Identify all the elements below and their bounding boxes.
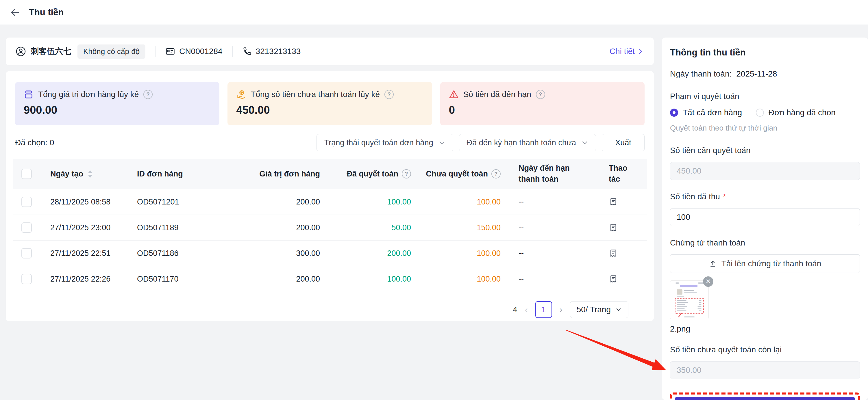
phone-icon — [243, 47, 252, 56]
help-icon[interactable]: ? — [384, 90, 394, 99]
cell-order-id: OD5071170 — [128, 275, 221, 284]
warning-icon — [449, 90, 459, 99]
cell-order-value: 200.00 — [221, 198, 320, 206]
page-title: Thu tiền — [29, 7, 64, 18]
col-order-value: Giá trị đơn hàng — [221, 170, 320, 178]
cell-settled: 200.00 — [320, 249, 412, 258]
upload-voucher-button[interactable]: Tải lên chứng từ thanh toán — [670, 255, 860, 273]
scope-radio-group: Tất cả đơn hàng Đơn hàng đã chọn — [670, 108, 860, 117]
payment-date-value: 2025-11-28 — [736, 69, 777, 78]
row-checkbox[interactable] — [21, 248, 32, 259]
help-icon[interactable]: ? — [491, 169, 501, 178]
coin-hand-icon — [236, 90, 246, 99]
cell-created: 27/11/2025 22:26 — [39, 275, 128, 284]
help-icon[interactable]: ? — [402, 169, 411, 178]
collect-info-panel: Thông tin thu tiền Ngày thanh toán: 2025… — [662, 38, 868, 400]
required-asterisk: * — [723, 192, 726, 201]
prev-page-button[interactable]: ‹ — [525, 305, 528, 314]
stat-value: 450.00 — [236, 104, 423, 116]
cell-order-id: OD5071201 — [128, 198, 221, 206]
table-header-row: Ngày tạo ID đơn hàng Giá trị đơn hàng Đã… — [13, 159, 647, 189]
received-amount-field: Số tiền đã thu* — [670, 192, 860, 226]
stat-value: 900.00 — [24, 104, 211, 116]
receipt-action-icon[interactable] — [609, 197, 618, 206]
help-icon[interactable]: ? — [536, 90, 545, 99]
select-all-checkbox[interactable] — [21, 169, 32, 179]
table-row[interactable]: 27/11/2025 22:26 OD5071170 200.00 100.00… — [13, 266, 647, 292]
cell-unsettled: 150.00 — [412, 223, 501, 232]
radio-selected-orders[interactable]: Đơn hàng đã chọn — [756, 108, 836, 117]
col-created[interactable]: Ngày tạo — [39, 170, 128, 178]
col-settled: Đã quyết toán? — [320, 169, 412, 178]
annotation-arrow — [566, 330, 669, 374]
divider — [155, 46, 156, 57]
row-checkbox[interactable] — [21, 222, 32, 233]
help-icon[interactable]: ? — [143, 90, 153, 99]
pagination-total: 4 — [513, 305, 517, 314]
archive-box-icon — [24, 90, 34, 99]
cell-created: 28/11/2025 08:58 — [39, 198, 128, 206]
cell-unsettled: 100.00 — [412, 275, 501, 284]
export-button[interactable]: Xuất — [602, 134, 645, 151]
payment-date-row: Ngày thanh toán: 2025-11-28 — [670, 69, 860, 78]
back-button[interactable] — [9, 7, 21, 18]
receipt-action-icon[interactable] — [609, 249, 618, 258]
confirm-annotation-box: Xác nhận thanh toán — [670, 393, 860, 400]
col-unsettled: Chưa quyết toán? — [412, 169, 501, 178]
settle-status-filter[interactable]: Trạng thái quyết toán đơn hàng — [316, 134, 453, 151]
received-amount-input[interactable] — [670, 208, 860, 226]
cell-created: 27/11/2025 22:51 — [39, 249, 128, 258]
stat-unpaid-total: Tổng số tiền chưa thanh toán lũy kế ? 45… — [227, 82, 432, 125]
voucher-thumbnail[interactable] — [670, 280, 709, 319]
table-body: 28/11/2025 08:58 OD5071201 200.00 100.00… — [13, 189, 647, 292]
cell-unsettled: 100.00 — [412, 249, 501, 258]
stat-total-order-value: Tổng giá trị đơn hàng lũy kế ? 900.00 — [15, 82, 219, 125]
table-row[interactable]: 28/11/2025 08:58 OD5071201 200.00 100.00… — [13, 189, 647, 215]
selected-count: Đã chọn: 0 — [15, 138, 54, 147]
scope-hint: Quyết toán theo thứ tự thời gian — [670, 124, 860, 133]
collect-payment-page: Thu tiền 刺客伍六七 Không có cấp độ CN0001284… — [0, 0, 868, 400]
remaining-amount-input — [670, 361, 860, 379]
upload-icon — [709, 260, 717, 268]
settle-amount-field: Số tiền cần quyết toán — [670, 146, 860, 180]
cell-due-date: -- — [501, 248, 599, 259]
cell-created: 27/11/2025 23:00 — [39, 223, 128, 232]
scope-label: Phạm vi quyết toán — [670, 92, 860, 101]
receipt-action-icon[interactable] — [609, 274, 618, 284]
page-size-select[interactable]: 50/ Trang — [570, 301, 628, 318]
file-name: 2.png — [670, 324, 860, 334]
page-number[interactable]: 1 — [535, 301, 552, 318]
customer-level-badge: Không có cấp độ — [78, 44, 145, 59]
receipt-preview-image — [670, 281, 708, 319]
radio-all-orders[interactable]: Tất cả đơn hàng — [670, 108, 742, 117]
row-checkbox[interactable] — [21, 197, 32, 207]
receipt-action-icon[interactable] — [609, 223, 618, 232]
col-due-date: Ngày đến hạn thanh toán — [501, 163, 599, 185]
col-order-id: ID đơn hàng — [128, 170, 221, 178]
customer-summary-card: 刺客伍六七 Không có cấp độ CN0001284 32132131… — [6, 38, 654, 65]
stat-overdue-amount: Số tiền đã đến hạn ? 0 — [440, 82, 645, 125]
cell-unsettled: 100.00 — [412, 198, 501, 206]
id-card-icon — [165, 46, 175, 56]
voucher-thumbnail-wrap: ✕ — [670, 280, 709, 319]
cell-due-date: -- — [501, 222, 599, 233]
remove-file-button[interactable]: ✕ — [703, 276, 713, 287]
next-page-button[interactable]: › — [560, 305, 562, 314]
radio-unselected-icon — [756, 109, 764, 117]
confirm-payment-button[interactable]: Xác nhận thanh toán — [675, 397, 855, 400]
row-checkbox[interactable] — [21, 274, 32, 284]
chevron-down-icon — [581, 139, 588, 146]
table-row[interactable]: 27/11/2025 22:51 OD5071186 300.00 200.00… — [13, 241, 647, 266]
user-icon — [16, 46, 26, 57]
cell-order-value: 300.00 — [221, 249, 320, 258]
table-row[interactable]: 27/11/2025 23:00 OD5071189 200.00 50.00 … — [13, 215, 647, 241]
due-status-filter[interactable]: Đã đến kỳ hạn thanh toán chưa — [459, 134, 596, 151]
sort-icon[interactable] — [88, 170, 92, 178]
customer-name: 刺客伍六七 — [31, 46, 71, 57]
cell-due-date: -- — [501, 196, 599, 207]
radio-selected-icon — [670, 109, 678, 117]
detail-link[interactable]: Chi tiết — [610, 47, 644, 56]
chevron-down-icon — [615, 306, 622, 313]
divider — [232, 46, 233, 57]
stat-value: 0 — [449, 104, 636, 116]
